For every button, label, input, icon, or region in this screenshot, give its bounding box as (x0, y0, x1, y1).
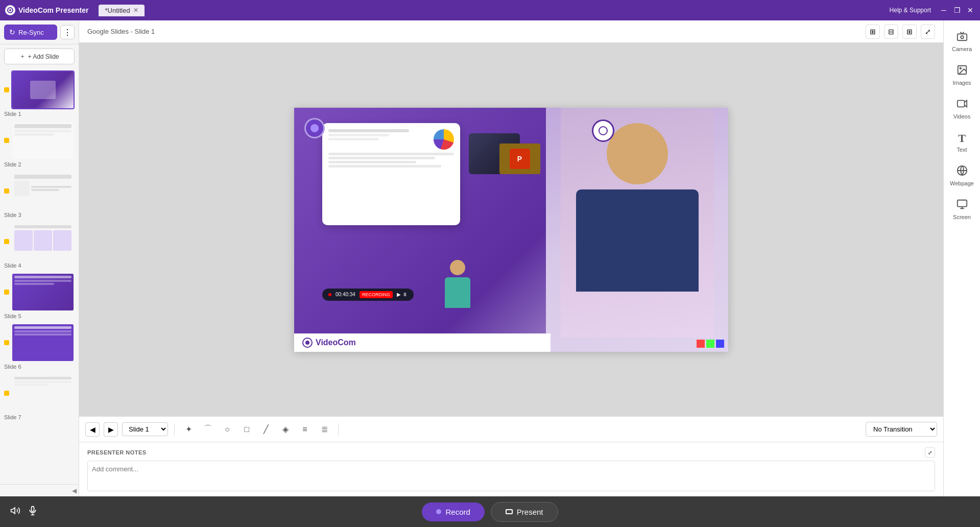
microphone-button[interactable] (28, 506, 38, 518)
notes-input[interactable] (87, 461, 935, 491)
sidebar-item-slide-3[interactable]: Slide 3 (4, 172, 75, 218)
right-panel-videos[interactable]: Videos (946, 93, 978, 125)
align-left-button[interactable]: ≡ (297, 422, 313, 437)
tabs-bar: *Untitled ✕ (99, 5, 144, 16)
zoom-in-button[interactable]: ⊞ (902, 25, 917, 39)
line-tool-button[interactable]: ╱ (258, 422, 274, 437)
recording-bar: 00:40:34 RECORDING ▶ ⏸ (322, 289, 414, 301)
help-support-link[interactable]: Help & Support (890, 7, 931, 14)
color-blocks (697, 340, 724, 348)
slide-label-3: Slide 3 (4, 212, 75, 218)
text-icon: T (958, 132, 966, 145)
sidebar-collapse-button[interactable]: ◀ (0, 484, 79, 496)
notes-header: PRESENTER NOTES ⤢ (87, 447, 935, 458)
draw-tool-button[interactable]: ⌒ (200, 422, 216, 437)
add-slide-button[interactable]: ＋ + Add Slide (4, 49, 75, 64)
bottom-left-controls (10, 506, 38, 518)
slide-thumb-1[interactable] (11, 70, 75, 109)
collapse-icon: ◀ (72, 487, 77, 494)
slide-thumb-3[interactable] (11, 172, 75, 210)
next-slide-button[interactable]: ▶ (104, 422, 118, 437)
images-icon (957, 64, 968, 78)
circle-tool-button[interactable]: ○ (220, 422, 235, 437)
canvas-area[interactable]: P 00:40:34 RECORDING (79, 43, 943, 416)
toolbar-separator-1 (174, 423, 175, 436)
close-button[interactable]: ✕ (966, 6, 975, 15)
screen-label: Screen (953, 214, 971, 220)
notes-expand-button[interactable]: ⤢ (925, 447, 935, 458)
slide-indicator (4, 188, 9, 194)
sidebar-item-slide-6[interactable]: Slide 6 (4, 323, 75, 370)
resync-icon: ↻ (9, 28, 15, 36)
slide-thumb-7[interactable] (11, 374, 75, 413)
app-icon-overlay (304, 118, 325, 138)
bottom-center-controls: Record Present (422, 502, 558, 522)
slide-label-1: Slide 1 (4, 111, 75, 117)
logo-icon (5, 5, 15, 15)
slide-indicator (4, 340, 9, 345)
slide-right-area (546, 108, 728, 352)
resync-button[interactable]: ↻ Re-Sync (4, 25, 57, 40)
record-button[interactable]: Record (422, 502, 484, 521)
app-title: VideoCom Presenter (18, 6, 88, 14)
restore-button[interactable]: ❐ (952, 6, 962, 15)
tab-untitled[interactable]: *Untitled ✕ (99, 5, 144, 16)
slide-indicator (4, 239, 9, 244)
text-label: Text (957, 147, 967, 153)
text-align-button[interactable]: ≣ (317, 422, 332, 437)
slide-left-area: P 00:40:34 RECORDING (294, 108, 551, 352)
slide-thumb-4[interactable] (11, 222, 75, 261)
slide-indicator (4, 391, 9, 396)
svg-point-3 (961, 36, 964, 39)
sidebar-item-slide-5[interactable]: Slide 5 (4, 273, 75, 319)
rect-tool-button[interactable]: □ (239, 422, 254, 437)
sidebar-item-slide-1[interactable]: Slide 1 (4, 70, 75, 117)
sidebar-item-slide-2[interactable]: Slide 2 (4, 121, 75, 167)
slide-logo-bar: VideoCom (294, 333, 551, 352)
present-button[interactable]: Present (491, 502, 558, 522)
slide-label-6: Slide 6 (4, 364, 75, 370)
svg-point-5 (960, 67, 961, 69)
camera-label: Camera (952, 46, 972, 52)
sidebar-item-slide-7[interactable]: Slide 7 (4, 374, 75, 420)
camera-icon (957, 31, 968, 44)
webpage-label: Webpage (950, 180, 974, 186)
ppt-icon-card: P (499, 143, 540, 174)
svg-rect-6 (957, 101, 964, 107)
fullscreen-button[interactable]: ⤢ (921, 25, 935, 39)
zoom-fit-button[interactable]: ⊞ (866, 25, 880, 39)
breadcrumb: Google Slides - Slide 1 (87, 28, 155, 35)
slide-thumb-2[interactable] (11, 121, 75, 160)
prev-slide-button[interactable]: ◀ (85, 422, 100, 437)
minimize-button[interactable]: ─ (939, 6, 948, 15)
slide-indicator (4, 87, 9, 92)
slide-canvas: P 00:40:34 RECORDING (294, 108, 728, 352)
present-label: Present (517, 508, 543, 516)
tab-close-icon[interactable]: ✕ (133, 7, 138, 14)
slide-background: P 00:40:34 RECORDING (294, 108, 728, 352)
window-controls: ─ ❐ ✕ (939, 6, 975, 15)
right-panel-screen[interactable]: Screen (946, 194, 978, 225)
right-panel-camera[interactable]: Camera (946, 26, 978, 57)
zoom-out-button[interactable]: ⊟ (884, 25, 898, 39)
rec-dot (328, 293, 331, 296)
fill-tool-button[interactable]: ◈ (278, 422, 293, 437)
videos-icon (957, 98, 968, 112)
sparkle-tool-button[interactable]: ✦ (181, 422, 196, 437)
record-icon (436, 509, 441, 514)
slide-thumb-5[interactable] (11, 273, 75, 312)
slide-thumb-6[interactable] (11, 323, 75, 362)
slide-indicator (4, 290, 9, 295)
right-panel-webpage[interactable]: Webpage (946, 160, 978, 191)
right-panel-images[interactable]: Images (946, 59, 978, 91)
more-options-button[interactable]: ⋮ (60, 25, 75, 39)
sidebar-item-slide-4[interactable]: Slide 4 (4, 222, 75, 269)
svg-marker-9 (11, 508, 15, 514)
notes-header-label: PRESENTER NOTES (87, 449, 147, 456)
slide-selector[interactable]: Slide 1 Slide 2 Slide 3 Slide 4 Slide 5 … (122, 422, 168, 436)
svg-rect-8 (957, 200, 966, 207)
transition-selector[interactable]: No Transition Fade Slide Zoom (866, 422, 937, 437)
audio-button[interactable] (10, 506, 20, 518)
sidebar-toolbar: ↻ Re-Sync ⋮ (0, 20, 79, 44)
right-panel-text[interactable]: T Text (946, 127, 978, 158)
